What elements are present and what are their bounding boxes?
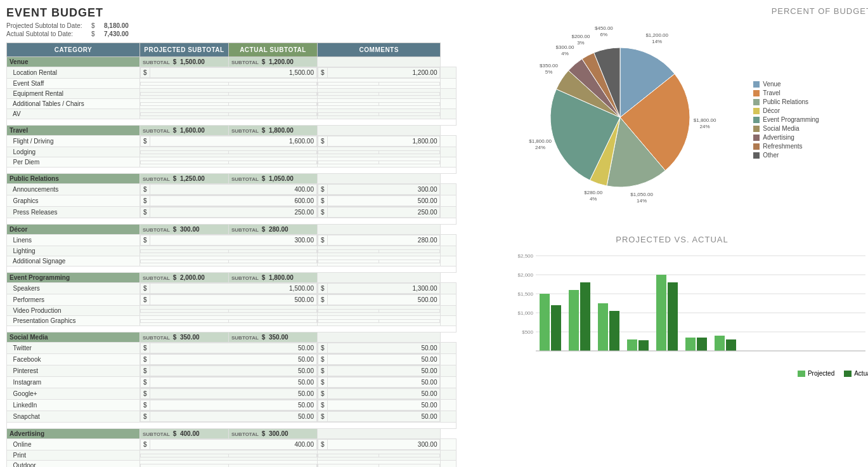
actual-dollar-sign — [318, 112, 379, 115]
actual-inner — [318, 319, 440, 323]
actual-cell: $500.00 — [318, 294, 441, 306]
pie-label-amount: $200.00 — [572, 34, 590, 39]
actual-label: Actual Subtotal to Date: — [6, 30, 89, 37]
item-comments — [441, 294, 457, 306]
pie-label-pct: 6% — [600, 32, 608, 37]
projected-amount: 50.00 — [150, 355, 316, 365]
actual-amount: 500.00 — [327, 295, 440, 305]
category-row: Venue SUBTOTAL $ 1,500.00 SUBTOTAL $ 1,2… — [7, 57, 457, 67]
legend-color — [753, 126, 760, 132]
item-name: Equipment Rental — [7, 89, 140, 99]
pie-label-pct: 14% — [637, 198, 647, 204]
page-title: EVENT BUDGET — [6, 6, 457, 20]
item-name: Performers — [7, 294, 140, 306]
projected-amount: 50.00 — [150, 400, 316, 411]
actual-inner: $300.00 — [318, 184, 440, 195]
projected-bar — [627, 339, 637, 351]
legend-color — [753, 99, 760, 105]
legend-item: Travel — [753, 89, 819, 96]
actual-cell: $50.00 — [318, 365, 441, 377]
actual-cell: $1,200.00 — [318, 67, 441, 79]
pie-label-amount: $280.00 — [585, 190, 603, 195]
projected-cell — [140, 306, 318, 316]
projected-amount: 50.00 — [150, 343, 316, 353]
bar-chart-wrapper: $500$1,000$1,500$2,000$2,500 — [472, 249, 868, 365]
actual-cell — [318, 256, 441, 266]
legend-label: Venue — [763, 81, 781, 88]
actual-inner — [318, 82, 440, 86]
item-row: AV — [7, 109, 457, 119]
projected-amount — [229, 161, 317, 164]
projected-inner: $1,500.00 — [140, 283, 317, 294]
actual-dollar-sign: $ — [318, 284, 328, 294]
actual-bar — [638, 340, 649, 351]
actual-inner-row: $50.00 — [318, 378, 440, 388]
actual-cell — [318, 157, 441, 168]
actual-cell: $250.00 — [318, 207, 441, 218]
actual-inner-row — [318, 102, 440, 105]
actual-bar — [551, 305, 561, 351]
actual-dollar-sign: $ — [318, 207, 328, 218]
projected-cell — [140, 451, 318, 461]
actual-amount: 1,200.00 — [327, 68, 440, 78]
cat-actual-subtotal: SUBTOTAL $ 280.00 — [229, 225, 318, 235]
actual-amount: 300.00 — [327, 185, 440, 195]
bar-legend-actual-label: Actual — [854, 370, 868, 377]
actual-dollar-sign — [318, 260, 379, 263]
blank-row — [7, 423, 457, 429]
actual-amount — [379, 249, 440, 253]
projected-inner: $1,500.00 — [140, 67, 317, 78]
cat-name: Venue — [7, 57, 140, 67]
projected-amount: 50.00 — [150, 366, 316, 376]
actual-inner — [318, 102, 440, 106]
blank-cell — [7, 423, 457, 429]
actual-amount: 250.00 — [327, 207, 440, 218]
item-row: Performers $500.00 $500.00 — [7, 294, 457, 306]
item-name: Flight / Driving — [7, 136, 140, 147]
cat-comments — [318, 332, 441, 343]
item-row: Graphics $600.00 $500.00 — [7, 195, 457, 207]
actual-dollar-sign: $ — [318, 412, 328, 422]
dollar-sign — [141, 112, 229, 115]
projected-inner: $50.00 — [140, 377, 317, 388]
actual-cell: $1,800.00 — [318, 136, 441, 147]
item-row: Snapchat $50.00 $50.00 — [7, 411, 457, 423]
category-row: Travel SUBTOTAL $ 1,600.00 SUBTOTAL $ 1,… — [7, 126, 457, 136]
projected-amount — [229, 464, 317, 467]
pie-legend: Venue Travel Public Relations Décor Even… — [753, 81, 819, 161]
projected-inner — [140, 319, 317, 323]
legend-label: Advertising — [763, 134, 794, 141]
item-name: Snapchat — [7, 411, 140, 423]
projected-bar — [685, 338, 696, 351]
actual-dollar-sign — [318, 82, 379, 85]
projected-amount: 400.00 — [150, 185, 316, 195]
projected-inner-row: $1,500.00 — [141, 68, 317, 78]
projected-inner: $400.00 — [140, 184, 317, 195]
actual-inner-row: $1,800.00 — [318, 136, 440, 147]
actual-dollar-sign — [318, 92, 379, 95]
projected-inner-row — [141, 82, 317, 85]
th-category: CATEGORY — [7, 43, 140, 57]
projected-cell: $50.00 — [140, 354, 318, 365]
actual-inner-row — [318, 319, 440, 322]
dollar-sign — [141, 82, 229, 85]
actual-inner-row — [318, 150, 440, 154]
projected-inner-row: $1,600.00 — [141, 136, 317, 147]
item-row: Print — [7, 451, 457, 461]
item-row: Additional Signage — [7, 256, 457, 266]
actual-cell — [318, 306, 441, 316]
legend-item: Social Media — [753, 125, 819, 132]
projected-cell: $500.00 — [140, 294, 318, 306]
legend-color — [753, 152, 760, 159]
item-name: Outdoor — [7, 461, 140, 468]
legend-item: Décor — [753, 107, 819, 114]
legend-item: Refreshments — [753, 143, 819, 150]
actual-inner-row: $50.00 — [318, 366, 440, 376]
item-comments — [441, 109, 457, 119]
cat-projected-subtotal: SUBTOTAL $ 300.00 — [140, 225, 229, 235]
projected-cell — [140, 461, 318, 468]
cat-comments — [318, 273, 441, 283]
projected-cell: $50.00 — [140, 377, 318, 388]
dollar-sign: $ — [141, 68, 150, 78]
actual-inner-row — [318, 249, 440, 253]
